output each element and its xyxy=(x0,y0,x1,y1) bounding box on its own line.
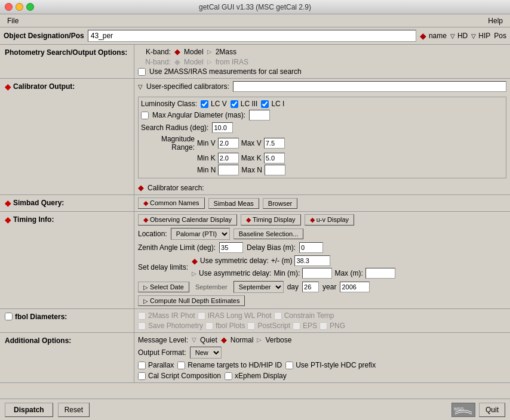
lc-iii-checkbox[interactable] xyxy=(231,100,238,108)
delay-limits-row: Set delay limits: ◆ Use symmetric delay:… xyxy=(138,255,506,279)
quit-button[interactable]: Quit xyxy=(479,403,505,417)
baseline-button[interactable]: Baseline Selection... xyxy=(234,228,304,239)
delay-bias-input[interactable] xyxy=(299,242,323,253)
max-angular-checkbox[interactable] xyxy=(141,112,149,119)
save-photo-checkbox[interactable] xyxy=(138,322,146,330)
png-label: PNG xyxy=(330,322,345,330)
common-names-button[interactable]: ◆ Common Names xyxy=(138,197,205,209)
iras-wl-checkbox[interactable] xyxy=(198,312,205,320)
user-spec-row: ▽ User-specified calibrators: xyxy=(138,81,506,92)
zenith-input[interactable] xyxy=(219,242,243,253)
year-input[interactable] xyxy=(340,282,370,292)
uv-display-button[interactable]: ◆ u-v Display xyxy=(305,214,354,226)
fbol-plots-label: fbol Plots xyxy=(216,322,245,330)
max-angular-input[interactable] xyxy=(249,110,270,121)
pti-label: Use PTI-style HDC prefix xyxy=(296,361,376,369)
k-model-label: Model xyxy=(184,48,204,56)
simbad-meas-button[interactable]: Simbad Meas xyxy=(208,198,259,209)
ir-phot-checkbox[interactable] xyxy=(138,312,146,320)
min-n-input[interactable] xyxy=(218,165,239,175)
simbad-content: ◆ Common Names Simbad Meas Browser xyxy=(134,195,301,211)
location-dropdown[interactable]: Palomar (PTI) xyxy=(171,228,230,240)
dispatch-button[interactable]: Dispatch xyxy=(5,403,53,417)
user-spec-input[interactable] xyxy=(233,81,506,92)
n-iras-option[interactable]: from IRAS xyxy=(216,58,248,66)
month-dropdown[interactable]: September xyxy=(234,281,284,293)
simbad-label: ◆ Simbad Query: xyxy=(0,195,134,211)
logo: WSG xyxy=(451,403,475,417)
cal-script-label: Cal Script Composition xyxy=(148,372,221,380)
constrain-temp-label: Constrain Temp xyxy=(284,311,334,320)
obs-calendar-button[interactable]: ◆ Observing Calendar Display xyxy=(138,214,237,226)
n-model-option[interactable]: Model xyxy=(184,58,204,66)
location-label: Location: xyxy=(138,230,167,238)
select-date-button[interactable]: ▷ Select Date xyxy=(138,282,189,292)
min-n-label: Min N xyxy=(197,166,216,174)
fbol-top-row: 2Mass IR Phot IRAS Long WL Phot Constrai… xyxy=(138,311,506,320)
k-2mass-option[interactable]: 2Mass xyxy=(216,48,236,56)
max-v-input[interactable] xyxy=(264,138,285,149)
symmetric-input[interactable] xyxy=(294,255,330,266)
lc-i-checkbox[interactable] xyxy=(261,100,269,108)
timing-display-button[interactable]: ◆ Timing Display xyxy=(241,214,301,226)
save-photo-label: Save Photometry xyxy=(148,322,203,330)
min-k-input[interactable] xyxy=(218,153,239,163)
calibrator-section: ◆ Calibrator Output: ▽ User-specified ca… xyxy=(0,79,510,195)
calib-search-row: ◆ Calibrator search: xyxy=(138,183,506,192)
min-k-label: Min K xyxy=(197,154,216,162)
maximize-button[interactable] xyxy=(26,3,34,11)
fbol-plots-checkbox[interactable] xyxy=(205,322,213,330)
timing-content: ◆ Observing Calendar Display ◆ Timing Di… xyxy=(134,212,510,308)
reset-button[interactable]: Reset xyxy=(58,403,90,417)
cal-script-checkbox[interactable] xyxy=(138,372,146,380)
pti-checkbox[interactable] xyxy=(285,362,293,369)
postscript-checkbox[interactable] xyxy=(247,322,255,330)
eps-label: EPS xyxy=(303,322,317,330)
png-checkbox[interactable] xyxy=(319,322,327,330)
asymmetric-label: Use asymmetric delay: xyxy=(199,269,271,277)
plus-minus-label: +/- (m) xyxy=(271,257,293,265)
radio-hip-label: HIP xyxy=(478,32,490,40)
max-angular-label: Max Angular Diameter (mas): xyxy=(152,111,245,119)
output-format-label: Output Format: xyxy=(138,348,186,357)
compute-null-button[interactable]: ▷ Compute Null Depth Estimates xyxy=(138,295,245,306)
fbol-checkbox[interactable] xyxy=(5,313,13,320)
day-input[interactable] xyxy=(302,282,319,292)
max-m-input[interactable] xyxy=(365,268,395,279)
menu-help[interactable]: Help xyxy=(486,16,505,26)
zenith-label: Zenith Angle Limit (deg): xyxy=(138,243,216,252)
close-button[interactable] xyxy=(5,3,13,11)
output-format-row: Output Format: New xyxy=(138,347,506,359)
radio-group-hip: ▽ HIP xyxy=(471,32,490,40)
constrain-temp-checkbox[interactable] xyxy=(274,312,282,320)
fbol-content: 2Mass IR Phot IRAS Long WL Phot Constrai… xyxy=(134,309,510,332)
minimize-button[interactable] xyxy=(16,3,23,11)
parallax-checkbox[interactable] xyxy=(138,362,146,369)
min-v-label: Min V xyxy=(197,139,216,147)
object-input[interactable] xyxy=(88,30,416,42)
window-controls[interactable] xyxy=(5,3,34,11)
min-m-input[interactable] xyxy=(302,268,332,279)
rename-label: Rename targets to HD/HIP ID xyxy=(188,361,282,369)
lc-v-label: LC V xyxy=(211,100,227,108)
max-n-input[interactable] xyxy=(265,165,285,175)
eps-checkbox[interactable] xyxy=(293,322,300,330)
zenith-row: Zenith Angle Limit (deg): Delay Bias (m)… xyxy=(138,242,506,253)
search-radius-input[interactable] xyxy=(212,122,233,133)
iras-wl-label: IRAS Long WL Phot xyxy=(208,311,272,320)
rename-checkbox[interactable] xyxy=(177,362,185,369)
browser-button[interactable]: Browser xyxy=(263,198,297,209)
format-dropdown[interactable]: New xyxy=(190,347,222,359)
max-k-input[interactable] xyxy=(264,153,285,163)
addl-checks-row2: Cal Script Composition xEphem Display xyxy=(138,372,506,380)
menu-file[interactable]: File xyxy=(5,16,21,26)
object-row: Object Designation/Pos ◆ name ▽ HD ▽ HIP… xyxy=(0,27,510,45)
k-model-option[interactable]: Model xyxy=(184,48,204,56)
lc-v-checkbox[interactable] xyxy=(201,100,208,108)
symmetric-label: Use symmetric delay: xyxy=(200,257,269,265)
use-2mass-checkbox[interactable] xyxy=(138,68,146,76)
min-v-input[interactable] xyxy=(218,138,239,149)
xephem-checkbox[interactable] xyxy=(225,372,232,380)
day-label: day xyxy=(287,283,299,291)
luminosity-label: Luminosity Class: xyxy=(141,100,197,108)
